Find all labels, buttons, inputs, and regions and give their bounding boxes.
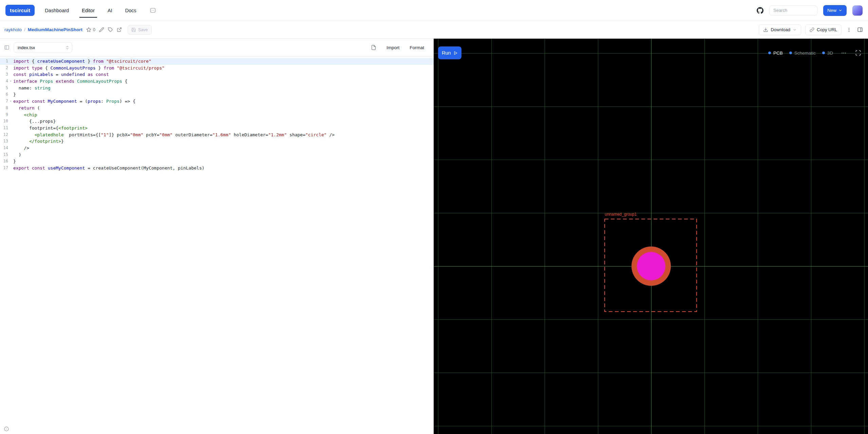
app: tscircuit Dashboard Editor AI Docs New xyxy=(0,0,868,434)
code-text: import { createUseComponent } from "@tsc… xyxy=(13,58,151,65)
code-line[interactable]: 10 {...props} xyxy=(0,118,434,125)
line-number: 4 xyxy=(0,78,8,85)
line-number: 1 xyxy=(0,58,8,65)
project-meta-actions: 0 Save xyxy=(86,25,151,35)
code-line[interactable]: 6} xyxy=(0,91,434,98)
code-line[interactable]: 2import type { CommonLayoutProps } from … xyxy=(0,65,434,72)
view-tab-schematic-label: Schematic xyxy=(794,51,816,56)
nav-item-editor[interactable]: Editor xyxy=(82,7,95,14)
fold-gutter xyxy=(8,112,13,118)
code-line[interactable]: 3const pinLabels = undefined as const xyxy=(0,71,434,78)
file-code-icon[interactable] xyxy=(371,45,376,50)
help-icon[interactable] xyxy=(3,426,10,432)
pcb-drawing xyxy=(434,39,868,434)
nav-item-dashboard[interactable]: Dashboard xyxy=(45,7,69,14)
code-lines: 1import { createUseComponent } from "@ts… xyxy=(0,58,434,172)
line-number: 5 xyxy=(0,85,8,92)
download-button[interactable]: Download xyxy=(759,24,801,35)
editor-toolbar: index.tsx Import Format xyxy=(0,39,434,57)
download-icon xyxy=(763,27,768,32)
fold-gutter xyxy=(8,71,13,78)
more-vertical-icon[interactable] xyxy=(846,26,852,33)
nav-item-docs[interactable]: Docs xyxy=(125,7,136,14)
line-number: 15 xyxy=(0,152,8,158)
line-number: 16 xyxy=(0,158,8,165)
fold-gutter xyxy=(8,132,13,138)
save-button[interactable]: Save xyxy=(128,25,152,35)
edit-icon[interactable] xyxy=(99,27,104,32)
nav-extra-icon[interactable] xyxy=(149,7,156,14)
code-line[interactable]: 13 </footprint>} xyxy=(0,138,434,145)
code-line[interactable]: 11 footprint={<footprint> xyxy=(0,125,434,132)
navbar-right: New xyxy=(757,5,863,16)
code-line[interactable]: 14 /> xyxy=(0,145,434,152)
plated-hole-drill xyxy=(637,252,665,280)
line-number: 12 xyxy=(0,132,8,138)
view-tab-3d-label: 3D xyxy=(827,51,833,56)
view-tab-pcb[interactable]: PCB xyxy=(768,51,783,56)
code-line[interactable]: 12 <platedhole portHints={["1"]} pcbX="0… xyxy=(0,132,434,138)
code-line[interactable]: 7▾export const MyComponent = (props: Pro… xyxy=(0,98,434,105)
view-tab-3d[interactable]: 3D xyxy=(822,51,833,56)
code-text: /> xyxy=(13,145,29,152)
file-select[interactable]: index.tsx xyxy=(14,42,72,53)
fold-icon[interactable]: ▾ xyxy=(8,78,13,85)
fold-gutter xyxy=(8,118,13,125)
breadcrumb-project-link[interactable]: MediumMachinePinShort xyxy=(28,27,82,32)
collapse-panel-icon[interactable] xyxy=(4,45,10,50)
project-bar-right: Download Copy URL xyxy=(759,24,864,35)
nav-item-ai[interactable]: AI xyxy=(108,7,112,14)
code-text: <chip xyxy=(13,112,37,118)
main-split: index.tsx Import Format 1import { create… xyxy=(0,39,868,434)
fold-gutter xyxy=(8,158,13,165)
view-toggles: PCB Schematic 3D xyxy=(768,47,862,59)
code-line[interactable]: 16} xyxy=(0,158,434,165)
fullscreen-icon[interactable] xyxy=(854,49,862,57)
share-icon[interactable] xyxy=(117,27,122,32)
fold-gutter xyxy=(8,105,13,112)
navbar: tscircuit Dashboard Editor AI Docs New xyxy=(0,0,868,21)
line-number: 14 xyxy=(0,145,8,152)
code-text: footprint={<footprint> xyxy=(13,125,88,132)
fold-gutter xyxy=(8,58,13,65)
star-icon[interactable] xyxy=(86,27,91,32)
code-line[interactable]: 1import { createUseComponent } from "@ts… xyxy=(0,58,434,65)
new-button[interactable]: New xyxy=(823,5,847,16)
more-horizontal-icon[interactable] xyxy=(839,50,848,57)
panel-right-icon[interactable] xyxy=(856,26,864,33)
code-text: </footprint>} xyxy=(13,138,64,145)
run-button[interactable]: Run xyxy=(438,46,461,59)
import-button[interactable]: Import xyxy=(386,45,399,50)
copy-url-button[interactable]: Copy URL xyxy=(805,24,842,35)
code-line[interactable]: 5 name: string xyxy=(0,85,434,92)
code-line[interactable]: 9 <chip xyxy=(0,112,434,118)
view-tab-schematic[interactable]: Schematic xyxy=(789,51,816,56)
tscircuit-logo[interactable]: tscircuit xyxy=(5,5,35,16)
code-line[interactable]: 17export const useMyComponent = createUs… xyxy=(0,165,434,172)
search-input[interactable] xyxy=(769,5,817,16)
file-select-value: index.tsx xyxy=(18,45,35,50)
code-editor[interactable]: 1import { createUseComponent } from "@ts… xyxy=(0,57,434,434)
fold-gutter xyxy=(8,91,13,98)
fold-icon[interactable]: ▾ xyxy=(8,98,13,105)
breadcrumb-owner-link[interactable]: raykholo xyxy=(4,27,22,32)
tag-icon[interactable] xyxy=(108,27,113,32)
chevron-down-icon xyxy=(838,8,843,13)
breadcrumb-separator: / xyxy=(24,27,25,32)
avatar[interactable] xyxy=(852,5,863,16)
nav-links: Dashboard Editor AI Docs xyxy=(45,7,156,14)
chevron-down-icon xyxy=(793,28,797,32)
github-icon[interactable] xyxy=(757,7,763,14)
star-count: 0 xyxy=(93,27,95,32)
pcb-dot-icon xyxy=(768,52,771,54)
breadcrumb: raykholo / MediumMachinePinShort xyxy=(4,27,82,32)
code-line[interactable]: 15 ) xyxy=(0,152,434,158)
code-line[interactable]: 8 return ( xyxy=(0,105,434,112)
line-number: 13 xyxy=(0,138,8,145)
line-number: 17 xyxy=(0,165,8,172)
format-button[interactable]: Format xyxy=(410,45,424,50)
code-line[interactable]: 4▾interface Props extends CommonLayoutPr… xyxy=(0,78,434,85)
pcb-canvas[interactable]: unnamed_group1 Run PCB Schematic xyxy=(434,39,868,434)
line-number: 10 xyxy=(0,118,8,125)
download-button-label: Download xyxy=(771,27,790,32)
